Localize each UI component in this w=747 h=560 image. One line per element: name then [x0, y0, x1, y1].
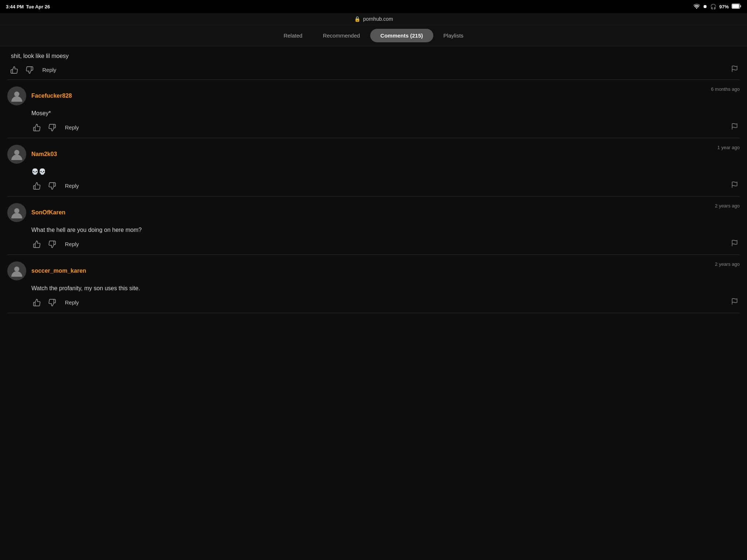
comment-body: What the hell are you doing on here mom?: [7, 226, 740, 234]
comment-header: soccer_mom_karen 2 years ago: [7, 261, 740, 280]
svg-rect-1: [732, 4, 739, 8]
dislike-button[interactable]: [47, 122, 58, 133]
nav-tabs: Related Recommended Comments (215) Playl…: [0, 25, 747, 46]
comment-text: Watch the profanity, my son uses this si…: [31, 284, 740, 293]
svg-rect-2: [740, 5, 741, 7]
top-comment-reply-button[interactable]: Reply: [39, 65, 59, 74]
timestamp: 2 years ago: [715, 203, 740, 209]
svg-point-6: [14, 150, 19, 155]
avatar: [7, 203, 26, 222]
actions-left: Reply: [31, 180, 82, 191]
svg-point-10: [14, 267, 19, 272]
comment-text: What the hell are you doing on here mom?: [31, 226, 740, 234]
dislike-button[interactable]: [47, 239, 58, 250]
comment-header: Facefucker828 6 months ago: [7, 86, 740, 105]
comment-body: Watch the profanity, my son uses this si…: [7, 284, 740, 293]
timestamp: 2 years ago: [715, 261, 740, 267]
svg-point-4: [14, 92, 19, 97]
battery-percentage: 97%: [719, 4, 729, 9]
actions-left: Reply: [31, 239, 82, 250]
like-button[interactable]: [31, 297, 42, 308]
battery-icon: [732, 4, 741, 10]
timestamp: 1 year ago: [717, 145, 740, 150]
top-comment-dislike-button[interactable]: [24, 65, 35, 75]
comment-actions: Reply: [7, 238, 740, 250]
comment-item: Nam2k03 1 year ago 💀💀: [7, 138, 740, 197]
address-bar[interactable]: 🔒 pornhub.com: [0, 13, 747, 25]
timestamp: 6 months ago: [711, 86, 740, 92]
comment-user-row: SonOfKaren: [7, 203, 65, 222]
comment-item: SonOfKaren 2 years ago What the hell are…: [7, 197, 740, 255]
record-icon: ⏺: [703, 4, 707, 9]
comment-body: Mosey*: [7, 109, 740, 118]
lock-icon: 🔒: [354, 16, 360, 22]
comment-user-row: Nam2k03: [7, 145, 57, 164]
headphones-icon: 🎧: [710, 4, 716, 9]
tab-playlists[interactable]: Playlists: [433, 29, 474, 42]
top-comment-like-button[interactable]: [9, 65, 20, 75]
comment-header: Nam2k03 1 year ago: [7, 145, 740, 164]
dislike-button[interactable]: [47, 297, 58, 308]
comment-text: Mosey*: [31, 109, 740, 118]
comment-header: SonOfKaren 2 years ago: [7, 203, 740, 222]
reply-button[interactable]: Reply: [62, 240, 82, 249]
top-comment-flag-button[interactable]: [729, 64, 740, 76]
tab-recommended[interactable]: Recommended: [313, 29, 370, 42]
wifi-icon: [693, 4, 700, 10]
reply-button[interactable]: Reply: [62, 181, 82, 190]
comment-actions: Reply: [7, 296, 740, 308]
username[interactable]: SonOfKaren: [31, 209, 65, 216]
username[interactable]: Facefucker828: [31, 93, 72, 99]
tab-comments[interactable]: Comments (215): [370, 29, 433, 42]
status-right: ⏺ 🎧 97%: [693, 4, 741, 10]
top-comment-actions: Reply: [7, 64, 740, 76]
comments-container: shit, look like lil moesy Reply: [0, 46, 747, 313]
comment-user-row: Facefucker828: [7, 86, 72, 105]
comment-item: Facefucker828 6 months ago Mosey*: [7, 80, 740, 138]
dislike-button[interactable]: [47, 180, 58, 191]
top-comment: shit, look like lil moesy Reply: [7, 46, 740, 80]
like-button[interactable]: [31, 122, 42, 133]
comment-user-row: soccer_mom_karen: [7, 261, 86, 280]
url-text: pornhub.com: [363, 16, 393, 22]
flag-button[interactable]: [729, 296, 740, 308]
reply-button[interactable]: Reply: [62, 123, 82, 132]
date: Tue Apr 26: [26, 4, 50, 9]
tab-related[interactable]: Related: [273, 29, 313, 42]
comment-text: 💀💀: [31, 167, 740, 176]
avatar: [7, 261, 26, 280]
avatar: [7, 145, 26, 164]
svg-point-8: [14, 208, 19, 213]
top-comment-text: shit, look like lil moesy: [7, 53, 740, 59]
comment-body: 💀💀: [7, 167, 740, 176]
flag-button[interactable]: [729, 238, 740, 250]
reply-button[interactable]: Reply: [62, 298, 82, 307]
like-button[interactable]: [31, 239, 42, 250]
comment-actions: Reply: [7, 121, 740, 133]
avatar: [7, 86, 26, 105]
actions-left: Reply: [31, 122, 82, 133]
status-left: 3:44 PM Tue Apr 26: [6, 4, 50, 9]
status-bar: 3:44 PM Tue Apr 26 ⏺ 🎧 97%: [0, 0, 747, 13]
like-button[interactable]: [31, 180, 42, 191]
actions-left: Reply: [31, 297, 82, 308]
flag-button[interactable]: [729, 121, 740, 133]
username[interactable]: Nam2k03: [31, 151, 57, 158]
comment-actions: Reply: [7, 180, 740, 192]
username[interactable]: soccer_mom_karen: [31, 268, 86, 274]
time: 3:44 PM: [6, 4, 24, 9]
flag-button[interactable]: [729, 180, 740, 192]
comment-item: soccer_mom_karen 2 years ago Watch the p…: [7, 255, 740, 313]
